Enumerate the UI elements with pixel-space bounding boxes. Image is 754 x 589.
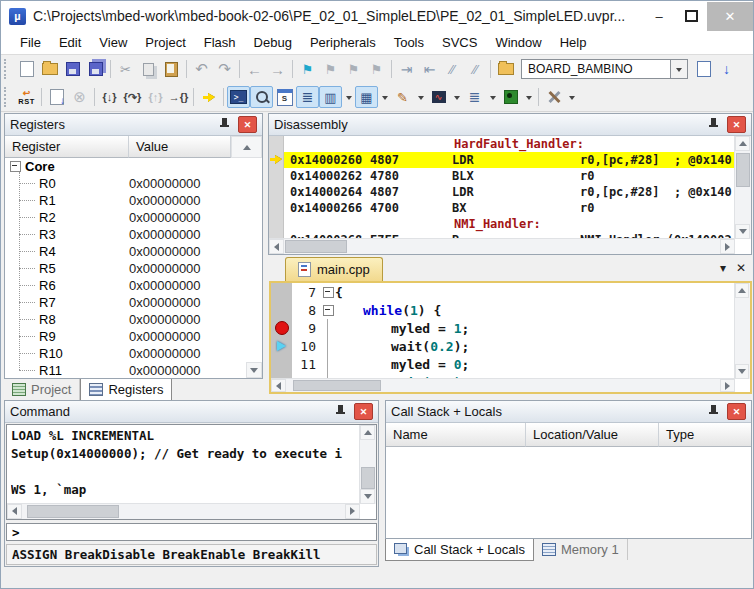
menu-help[interactable]: Help <box>551 35 596 50</box>
callstack-close-button[interactable]: ✕ <box>727 403 746 420</box>
fold-column[interactable] <box>320 283 335 301</box>
registers-scroll-up[interactable] <box>231 136 262 158</box>
register-row[interactable]: R40x00000000 <box>5 243 262 260</box>
menu-debug[interactable]: Debug <box>245 35 301 50</box>
code-line[interactable]: 10wait(0.2); <box>271 337 735 355</box>
navigate-back-button[interactable]: ← <box>243 58 266 80</box>
board-select-combo[interactable]: BOARD_BAMBINO <box>521 59 688 79</box>
next-bookmark-button[interactable]: ⚑ <box>342 58 365 80</box>
code-line[interactable]: 9myled = 1; <box>271 319 735 337</box>
menu-flash[interactable]: Flash <box>195 35 245 50</box>
flash-configure-button[interactable] <box>692 58 715 80</box>
toolbox-dropdown[interactable] <box>565 86 578 108</box>
breakpoint-margin[interactable] <box>271 337 292 355</box>
scroll-right[interactable] <box>720 239 735 254</box>
fold-column[interactable] <box>320 301 335 319</box>
register-row[interactable]: R50x00000000 <box>5 260 262 277</box>
board-select-dropdown[interactable] <box>670 59 688 79</box>
scroll-thumb[interactable] <box>27 505 119 518</box>
serial-window-dropdown[interactable] <box>414 86 427 108</box>
code-editor[interactable]: 7{ 8while(1) { 9myled = 1; 10wait(0.2); … <box>271 283 735 379</box>
new-file-button[interactable] <box>15 58 38 80</box>
toolbar-grip[interactable] <box>4 87 11 107</box>
maximize-button[interactable] <box>675 2 707 31</box>
serial-window-button[interactable]: ✎ <box>391 86 414 108</box>
editor-close-button[interactable]: ✕ <box>736 261 746 275</box>
indent-button[interactable]: ⇥ <box>395 58 418 80</box>
scroll-down[interactable] <box>735 364 749 379</box>
collapse-icon[interactable] <box>10 161 21 172</box>
scroll-right[interactable] <box>720 379 735 392</box>
show-next-statement-button[interactable] <box>197 86 220 108</box>
redo-button[interactable]: ↷ <box>213 58 236 80</box>
watch-window-button[interactable]: ▥ <box>319 86 342 108</box>
registers-scroll-down[interactable] <box>246 362 262 378</box>
save-all-button[interactable] <box>84 58 107 80</box>
scroll-up[interactable] <box>360 425 375 440</box>
logic-analyzer-button[interactable]: ∿ <box>427 86 450 108</box>
fold-collapse-icon[interactable] <box>323 287 334 298</box>
register-row[interactable]: R10x00000000 <box>5 192 262 209</box>
menu-edit[interactable]: Edit <box>50 35 90 50</box>
scroll-left[interactable] <box>7 504 22 519</box>
breakpoint-margin[interactable] <box>271 355 292 373</box>
register-row[interactable]: R90x00000000 <box>5 328 262 345</box>
navigate-forward-button[interactable]: → <box>266 58 289 80</box>
prev-bookmark-button[interactable]: ⚑ <box>319 58 342 80</box>
copy-button[interactable] <box>137 58 160 80</box>
menu-file[interactable]: File <box>11 35 50 50</box>
trace-window-dropdown[interactable] <box>486 86 499 108</box>
callstack-body[interactable] <box>386 447 751 538</box>
scroll-left[interactable] <box>271 379 286 392</box>
logic-analyzer-dropdown[interactable] <box>450 86 463 108</box>
scroll-thumb[interactable] <box>285 240 347 253</box>
disassembly-hscrollbar[interactable] <box>269 238 735 254</box>
watch-window-dropdown[interactable] <box>342 86 355 108</box>
asm-row[interactable]: 0x140002664700BXr0 <box>284 200 735 216</box>
bookmark-button[interactable]: ⚑ <box>296 58 319 80</box>
scroll-thumb[interactable] <box>293 380 381 391</box>
reset-button[interactable]: ↩ RST <box>15 86 38 108</box>
code-line[interactable]: 8while(1) { <box>271 301 735 319</box>
tab-callstack[interactable]: Call Stack + Locals <box>385 539 534 561</box>
scroll-thumb[interactable] <box>361 467 375 489</box>
register-row[interactable]: R30x00000000 <box>5 226 262 243</box>
asm-row[interactable]: 0x140002644807LDRr0,[pc,#28] ; @0x140 <box>284 184 735 200</box>
code-line[interactable]: 7{ <box>271 283 735 301</box>
breakpoint-margin[interactable] <box>271 301 292 319</box>
pin-icon[interactable] <box>709 405 719 418</box>
register-row[interactable]: R100x00000000 <box>5 345 262 362</box>
menu-view[interactable]: View <box>90 35 136 50</box>
outdent-button[interactable]: ⇤ <box>418 58 441 80</box>
pin-icon[interactable] <box>220 118 230 131</box>
fold-column[interactable] <box>320 337 335 355</box>
command-input[interactable]: > <box>6 523 377 542</box>
command-vscrollbar[interactable] <box>359 425 376 504</box>
scroll-thumb[interactable] <box>736 153 750 187</box>
step-out-button[interactable]: {↑} <box>144 86 167 108</box>
command-hscrollbar[interactable] <box>7 503 360 519</box>
menu-svcs[interactable]: SVCS <box>433 35 486 50</box>
tab-registers[interactable]: Registers <box>80 379 172 401</box>
disassembly-close-button[interactable]: ✕ <box>727 116 746 133</box>
command-close-button[interactable]: ✕ <box>354 403 373 420</box>
scroll-up[interactable] <box>735 283 749 298</box>
tab-project[interactable]: Project <box>4 379 80 400</box>
minimize-button[interactable]: – <box>643 2 675 31</box>
menu-project[interactable]: Project <box>136 35 194 50</box>
register-row[interactable]: R20x00000000 <box>5 209 262 226</box>
open-file-button[interactable] <box>38 58 61 80</box>
register-row[interactable]: R80x00000000 <box>5 311 262 328</box>
menu-window[interactable]: Window <box>486 35 550 50</box>
pin-icon[interactable] <box>336 405 346 418</box>
fold-collapse-icon[interactable] <box>323 305 334 316</box>
breakpoint-icon[interactable] <box>275 321 289 335</box>
board-select-value[interactable]: BOARD_BAMBINO <box>521 59 670 79</box>
download-button[interactable]: ↓ <box>715 58 738 80</box>
column-type[interactable]: Type <box>659 423 751 447</box>
trace-window-button[interactable]: ≣ <box>463 86 486 108</box>
paste-button[interactable] <box>160 58 183 80</box>
symbols-window-button[interactable]: S <box>273 86 296 108</box>
menu-peripherals[interactable]: Peripherals <box>301 35 385 50</box>
run-to-cursor-button[interactable]: →{} <box>167 86 190 108</box>
